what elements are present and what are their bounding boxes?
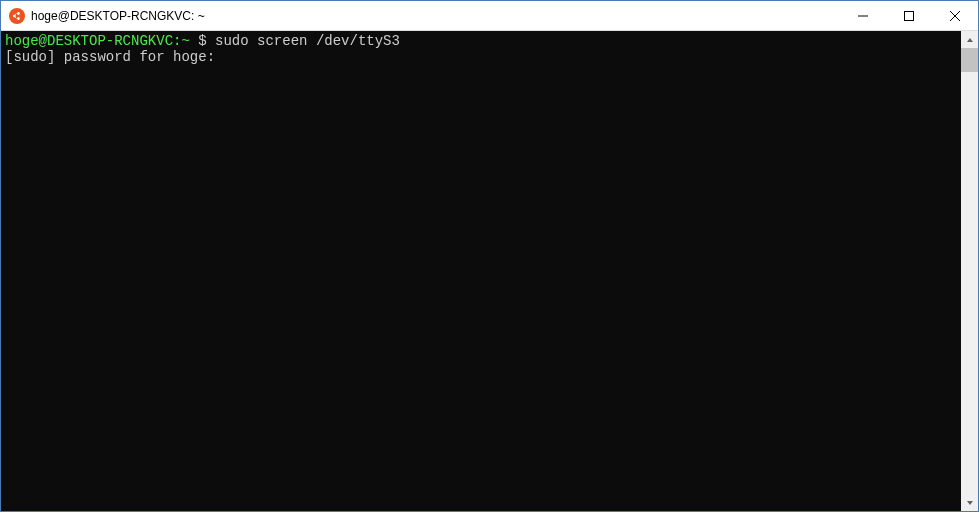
titlebar[interactable]: hoge@DESKTOP-RCNGKVC: ~ bbox=[1, 1, 978, 31]
minimize-icon bbox=[858, 11, 868, 21]
close-button[interactable] bbox=[932, 1, 978, 30]
command-text: sudo screen /dev/ttyS3 bbox=[215, 33, 400, 49]
close-icon bbox=[950, 11, 960, 21]
window-controls bbox=[840, 1, 978, 30]
terminal-area: hoge@DESKTOP-RCNGKVC:~ $ sudo screen /de… bbox=[1, 31, 978, 511]
prompt-host: hoge@DESKTOP-RCNGKVC bbox=[5, 33, 173, 49]
scrollbar[interactable] bbox=[961, 31, 978, 511]
scroll-up-button[interactable] bbox=[961, 31, 978, 48]
prompt-symbol: $ bbox=[190, 33, 215, 49]
terminal-window: hoge@DESKTOP-RCNGKVC: ~ hoge@DESKTOP-RCN… bbox=[0, 0, 979, 512]
output-line: [sudo] password for hoge: bbox=[5, 49, 957, 65]
ubuntu-icon bbox=[9, 8, 25, 24]
chevron-down-icon bbox=[966, 499, 974, 507]
scroll-thumb[interactable] bbox=[961, 48, 978, 72]
window-title: hoge@DESKTOP-RCNGKVC: ~ bbox=[31, 9, 205, 23]
maximize-button[interactable] bbox=[886, 1, 932, 30]
prompt-path: ~ bbox=[181, 33, 189, 49]
svg-point-0 bbox=[11, 10, 23, 22]
chevron-up-icon bbox=[966, 36, 974, 44]
maximize-icon bbox=[904, 11, 914, 21]
prompt-line: hoge@DESKTOP-RCNGKVC:~ $ sudo screen /de… bbox=[5, 33, 957, 49]
minimize-button[interactable] bbox=[840, 1, 886, 30]
scroll-track[interactable] bbox=[961, 48, 978, 494]
svg-marker-8 bbox=[967, 38, 973, 42]
svg-marker-9 bbox=[967, 501, 973, 505]
scroll-down-button[interactable] bbox=[961, 494, 978, 511]
terminal[interactable]: hoge@DESKTOP-RCNGKVC:~ $ sudo screen /de… bbox=[1, 31, 961, 511]
svg-rect-5 bbox=[905, 11, 914, 20]
